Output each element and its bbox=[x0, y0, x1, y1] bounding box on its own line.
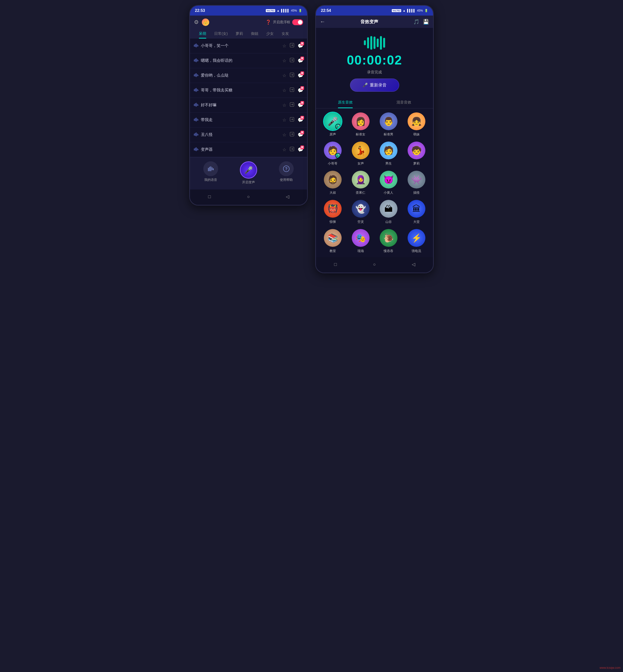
share-icon-4[interactable] bbox=[290, 102, 294, 108]
waveform-icon-5 bbox=[194, 118, 198, 122]
effect-avatar-8: 🧔 bbox=[324, 171, 342, 188]
nav-my-voice[interactable]: 我的语音 bbox=[203, 161, 218, 184]
share-icon-2[interactable] bbox=[290, 72, 294, 78]
effect-emoji-5: 💃 bbox=[355, 146, 366, 155]
effect-tabs: 原生音效 混音音效 bbox=[316, 96, 433, 109]
effect-item-6[interactable]: 🧑 男生 bbox=[376, 142, 401, 166]
effect-item-14[interactable]: 🏔 山谷 bbox=[376, 200, 401, 224]
effect-item-17[interactable]: 🎭 现场 bbox=[348, 229, 373, 253]
tab-1[interactable]: 日常(女) bbox=[210, 29, 232, 38]
share-icon-1[interactable] bbox=[290, 58, 294, 63]
save-icon[interactable]: 💾 bbox=[423, 19, 429, 25]
effect-item-9[interactable]: 🧕 歪果仁 bbox=[348, 171, 373, 195]
effect-item-2[interactable]: 👨 标准男 bbox=[376, 112, 401, 137]
song-name-5: 带我走 bbox=[201, 117, 280, 122]
song-list: 小哥哥，笑一个 ☆ 💬 新 嗯嗯，我会听话的 bbox=[190, 38, 307, 157]
effect-item-11[interactable]: 👾 搞怪 bbox=[404, 171, 429, 195]
waveform-icon-3 bbox=[194, 88, 198, 93]
effect-avatar-15: 🏛 bbox=[408, 200, 425, 218]
back-btn-sys-r[interactable]: ◁ bbox=[410, 261, 417, 268]
tab-5[interactable]: 女友 bbox=[278, 29, 293, 38]
star-icon-3[interactable]: ☆ bbox=[283, 88, 286, 93]
svg-rect-10 bbox=[198, 60, 198, 61]
tab-4[interactable]: 少女 bbox=[262, 29, 278, 38]
circle-btn[interactable]: ○ bbox=[245, 193, 252, 200]
float-label: 开启悬浮框 bbox=[273, 20, 290, 25]
re-record-button[interactable]: 🎤 重新录音 bbox=[350, 79, 399, 92]
tab-0[interactable]: 呆萌 bbox=[195, 29, 210, 38]
song-item-2[interactable]: 爱你哟，么么哒 ☆ 💬 新 bbox=[190, 68, 307, 83]
effect-emoji-16: 📚 bbox=[328, 233, 338, 243]
back-btn-sys[interactable]: ◁ bbox=[284, 193, 291, 200]
wave-bar-7 bbox=[383, 38, 385, 48]
wave-bar-5 bbox=[377, 38, 379, 47]
settings-icon[interactable]: ⚙ bbox=[194, 19, 199, 25]
star-icon-5[interactable]: ☆ bbox=[283, 117, 286, 123]
chat-container-3: 💬 新 bbox=[298, 88, 303, 93]
system-bar-right: □ ○ ◁ bbox=[316, 257, 433, 272]
song-item-1[interactable]: 嗯嗯，我会听话的 ☆ 💬 新 bbox=[190, 53, 307, 68]
effect-name-7: 萝莉 bbox=[413, 161, 420, 166]
tab-3[interactable]: 御姐 bbox=[247, 29, 262, 38]
effect-item-5[interactable]: 💃 女声 bbox=[348, 142, 373, 166]
song-item-0[interactable]: 小哥哥，笑一个 ☆ 💬 新 bbox=[190, 38, 307, 53]
wifi-icon-r: ▲ bbox=[403, 9, 406, 12]
tab-mix-effect[interactable]: 混音音效 bbox=[375, 96, 433, 108]
timer-display: 00:00:02 bbox=[347, 53, 402, 67]
share-icon-6[interactable] bbox=[290, 132, 294, 138]
effect-item-3[interactable]: 👧 萌妹 bbox=[404, 112, 429, 137]
svg-rect-31 bbox=[195, 118, 196, 121]
tab-native-effect[interactable]: 原生音效 bbox=[316, 96, 375, 108]
nav-voice-change[interactable]: 🎤 开启变声 bbox=[240, 161, 257, 184]
song-item-3[interactable]: 哥哥，带我去买糖 ☆ 💬 新 bbox=[190, 83, 307, 98]
chat-container-1: 💬 新 bbox=[298, 58, 303, 63]
song-item-7[interactable]: 变声器 ☆ 💬 新 bbox=[190, 142, 307, 157]
float-toggle[interactable] bbox=[292, 19, 303, 25]
effect-item-7[interactable]: 🧒 萝莉 bbox=[404, 142, 429, 166]
effect-emoji-7: 🧒 bbox=[411, 146, 422, 155]
share-icon-5[interactable] bbox=[290, 117, 294, 123]
effect-item-19[interactable]: ⚡ 强电流 bbox=[404, 229, 429, 253]
share-icon-0[interactable] bbox=[290, 43, 294, 49]
effect-item-4[interactable]: 🧑 🎤 小哥哥 bbox=[320, 142, 345, 166]
list-icon[interactable]: 🎵 bbox=[413, 19, 419, 25]
effect-item-1[interactable]: 👩 标准女 bbox=[348, 112, 373, 137]
square-btn-r[interactable]: □ bbox=[332, 261, 339, 268]
share-icon-3[interactable] bbox=[290, 87, 294, 93]
song-item-4[interactable]: 好不好嘛 ☆ 💬 新 bbox=[190, 98, 307, 113]
star-icon-0[interactable]: ☆ bbox=[283, 43, 286, 49]
help-icon[interactable]: ❓ bbox=[266, 20, 271, 25]
effect-item-10[interactable]: 😈 小黄人 bbox=[376, 171, 401, 195]
back-button[interactable]: ← bbox=[320, 19, 325, 25]
new-badge-7: 新 bbox=[300, 146, 304, 149]
star-icon-4[interactable]: ☆ bbox=[283, 103, 286, 108]
effect-item-15[interactable]: 🏛 大堂 bbox=[404, 200, 429, 224]
nav-help[interactable]: ? 使用帮助 bbox=[279, 161, 294, 184]
effect-item-13[interactable]: 👻 空灵 bbox=[348, 200, 373, 224]
star-icon-6[interactable]: ☆ bbox=[283, 132, 286, 138]
signal-icon-r: ▌▌▌▌ bbox=[407, 9, 415, 12]
effect-avatar-10: 😈 bbox=[380, 171, 397, 188]
right-header: ← 音效变声 🎵 💾 bbox=[316, 16, 433, 28]
crown-icon[interactable]: 👑 bbox=[202, 19, 209, 26]
effect-emoji-3: 👧 bbox=[411, 116, 422, 126]
effect-item-8[interactable]: 🧔 大叔 bbox=[320, 171, 345, 195]
star-icon-2[interactable]: ☆ bbox=[283, 73, 286, 78]
waveform-icon-6 bbox=[194, 133, 198, 137]
song-item-5[interactable]: 带我走 ☆ 💬 新 bbox=[190, 113, 307, 127]
tab-2[interactable]: 萝莉 bbox=[232, 29, 247, 38]
share-icon-7[interactable] bbox=[290, 147, 294, 152]
square-btn[interactable]: □ bbox=[206, 193, 213, 200]
effect-item-16[interactable]: 📚 教室 bbox=[320, 229, 345, 253]
star-icon-7[interactable]: ☆ bbox=[283, 147, 286, 152]
effect-emoji-19: ⚡ bbox=[411, 233, 422, 243]
song-item-6[interactable]: 丑八怪 ☆ 💬 新 bbox=[190, 127, 307, 142]
effect-item-18[interactable]: 🐌 慢吞吞 bbox=[376, 229, 401, 253]
circle-btn-r[interactable]: ○ bbox=[371, 261, 378, 268]
effect-emoji-11: 👾 bbox=[411, 175, 422, 184]
svg-rect-37 bbox=[195, 133, 196, 136]
effect-item-0[interactable]: 🎤 🎤 原声 bbox=[320, 112, 345, 137]
svg-rect-18 bbox=[194, 89, 195, 91]
star-icon-1[interactable]: ☆ bbox=[283, 58, 286, 63]
effect-item-12[interactable]: 👹 惊悚 bbox=[320, 200, 345, 224]
